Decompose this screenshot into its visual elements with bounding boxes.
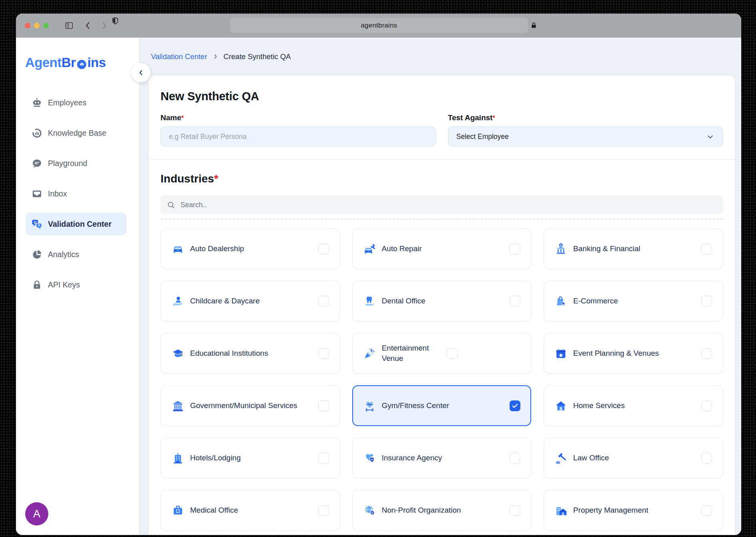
insurance-heart-icon — [363, 452, 376, 464]
logo-text-br: Br — [62, 55, 76, 70]
lock-icon — [530, 22, 538, 29]
minimize-window-button[interactable] — [34, 23, 40, 28]
industry-card-auto-repair[interactable]: Auto Repair — [352, 228, 532, 269]
industry-checkbox[interactable] — [318, 244, 329, 254]
address-bar[interactable]: agentbrains — [230, 18, 528, 33]
main-area: Validation Center Create Synthetic QA Ne… — [139, 38, 741, 535]
industry-checkbox[interactable] — [510, 244, 520, 254]
breadcrumb-link-validation-center[interactable]: Validation Center — [151, 52, 207, 61]
industry-card-law-office[interactable]: Law Office — [544, 438, 723, 478]
svg-text:A: A — [38, 224, 40, 227]
inbox-tray-icon — [32, 188, 42, 199]
sidebar-item-knowledge-base[interactable]: Knowledge Base — [26, 122, 127, 144]
sidebar-item-validation-center[interactable]: QAValidation Center — [26, 213, 127, 235]
sidebar-item-label: Inbox — [48, 189, 67, 198]
industry-checkbox[interactable] — [318, 400, 329, 411]
shopping-bag-icon — [555, 295, 567, 307]
industry-label: Auto Dealership — [190, 244, 312, 254]
industry-label: Banking & Financial — [573, 244, 695, 254]
medical-bag-icon — [172, 504, 184, 517]
sidebar-item-inbox[interactable]: Inbox — [26, 182, 127, 205]
industry-checkbox[interactable] — [318, 348, 329, 359]
party-popper-icon — [363, 347, 376, 360]
calendar-star-icon — [555, 347, 567, 360]
sidebar-toggle-icon[interactable] — [64, 14, 74, 37]
traffic-lights — [25, 14, 49, 37]
sidebar-collapse-button[interactable] — [131, 63, 151, 82]
sidebar-item-label: Validation Center — [48, 220, 111, 229]
house-icon — [555, 400, 567, 412]
industry-card-childcare-daycare[interactable]: Childcare & Daycare — [161, 281, 340, 321]
sidebar-item-label: Employees — [48, 98, 86, 107]
chevron-right-icon — [212, 54, 218, 59]
sidebar-item-label: API Keys — [48, 280, 80, 289]
government-building-icon — [172, 400, 184, 412]
industry-card-dental-office[interactable]: Dental Office — [352, 281, 532, 321]
industry-checkbox[interactable] — [318, 505, 329, 516]
industry-card-educational-institutions[interactable]: Educational Institutions — [161, 333, 340, 374]
industry-card-auto-dealership[interactable]: Auto Dealership — [161, 228, 340, 269]
sidebar-item-playground[interactable]: Playground — [26, 152, 127, 174]
industry-checkbox[interactable] — [701, 505, 712, 516]
industry-label: Home Services — [573, 400, 695, 411]
sidebar-item-analytics[interactable]: Analytics — [26, 243, 127, 266]
industries-required-mark: * — [214, 172, 218, 185]
industry-checkbox[interactable] — [318, 296, 329, 307]
industry-checkbox[interactable] — [447, 348, 458, 359]
brain-icon — [76, 58, 87, 69]
industry-checkbox[interactable] — [510, 296, 520, 307]
avatar[interactable]: A — [25, 502, 48, 525]
industry-checkbox[interactable] — [701, 244, 712, 254]
sidebar-item-label: Playground — [48, 159, 87, 168]
industry-card-event-planning-venues[interactable]: Event Planning & Venues — [544, 333, 723, 374]
app-logo: AgentBrins — [25, 55, 139, 70]
industry-checkbox[interactable] — [510, 505, 520, 516]
industry-label: Law Office — [573, 453, 695, 463]
industry-checkbox[interactable] — [701, 453, 712, 464]
industry-label: Dental Office — [382, 296, 504, 306]
svg-text:$: $ — [560, 244, 562, 247]
industry-card-e-commerce[interactable]: E-Commerce — [544, 281, 723, 321]
zoom-window-button[interactable] — [43, 23, 49, 28]
industry-card-banking-financial[interactable]: $Banking & Financial — [544, 228, 723, 269]
pie-chart-icon — [32, 249, 42, 260]
breadcrumb: Validation Center Create Synthetic QA — [139, 38, 741, 75]
industry-card-gym-fitness-center[interactable]: Gym/Fitness Center — [352, 385, 532, 426]
industries-search[interactable] — [161, 196, 723, 214]
industry-card-entertainment-venue[interactable]: Entertainment Venue — [352, 333, 532, 374]
industry-card-government-municipal-services[interactable]: Government/Municipal Services — [161, 385, 340, 426]
industry-card-property-management[interactable]: Property Management — [544, 490, 723, 531]
sidebar-item-api-keys[interactable]: API Keys — [26, 273, 127, 296]
industry-checkbox[interactable] — [701, 348, 712, 359]
browser-titlebar: agentbrains — [16, 14, 741, 38]
close-window-button[interactable] — [25, 23, 30, 28]
industry-checkbox[interactable] — [510, 453, 520, 464]
industry-card-medical-office[interactable]: Medical Office — [161, 490, 340, 531]
car-icon — [172, 243, 184, 255]
address-bar-url: agentbrains — [361, 22, 397, 30]
industries-search-input[interactable] — [180, 200, 716, 210]
industry-checkbox[interactable] — [701, 296, 712, 307]
name-input[interactable] — [161, 133, 435, 141]
test-against-select[interactable]: Select Employee — [448, 127, 723, 147]
sidebar-item-employees[interactable]: Employees — [26, 91, 127, 114]
breadcrumb-current: Create Synthetic QA — [224, 52, 291, 61]
industry-card-insurance-agency[interactable]: Insurance Agency — [352, 438, 532, 478]
fitness-heart-icon — [363, 400, 376, 412]
padlock-icon — [32, 279, 42, 290]
robot-icon — [32, 97, 42, 108]
back-icon[interactable] — [83, 14, 93, 37]
industry-card-hotels-lodging[interactable]: Hotels/Lodging — [161, 438, 340, 478]
industry-label: E-Commerce — [573, 296, 695, 306]
industry-checkbox-checked[interactable] — [510, 400, 520, 411]
industry-card-non-profit-organization[interactable]: Non-Profit Organization — [352, 490, 532, 531]
sidebar-item-label: Analytics — [48, 250, 79, 259]
industry-checkbox[interactable] — [318, 453, 329, 464]
industry-card-home-services[interactable]: Home Services — [544, 385, 723, 426]
forward-icon[interactable] — [99, 14, 109, 37]
industry-checkbox[interactable] — [701, 400, 712, 411]
name-label: Name — [161, 113, 181, 122]
hotel-icon — [172, 452, 184, 464]
page-title: New Synthetic QA — [161, 90, 723, 103]
shield-icon[interactable] — [111, 17, 119, 25]
